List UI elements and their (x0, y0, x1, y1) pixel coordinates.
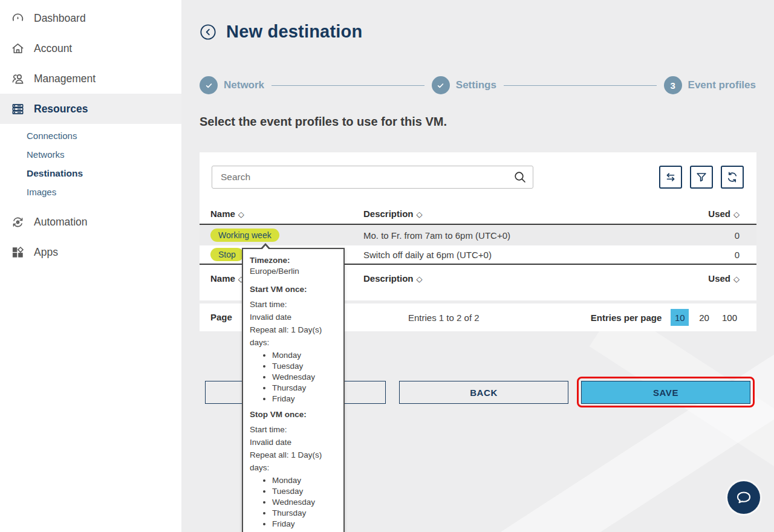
chat-support-button[interactable] (727, 481, 760, 514)
sidebar: Dashboard Account Management Resources C… (0, 0, 181, 532)
sort-icon[interactable]: ◇ (417, 274, 423, 284)
table-header: Name◇ Description◇ Used◇ (200, 203, 756, 225)
timezone-label: Timezone: (250, 256, 290, 265)
step-label: Event profiles (688, 79, 756, 91)
main-content: New destination Network Settings 3 Event… (181, 0, 774, 532)
users-icon (11, 72, 25, 86)
sidebar-item-label: Dashboard (34, 12, 86, 25)
sidebar-item-label: Apps (34, 246, 58, 259)
column-header-description[interactable]: Description◇ (363, 209, 703, 219)
stepper-connector (504, 85, 657, 86)
sidebar-item-account[interactable]: Account (0, 33, 181, 63)
sidebar-item-label: Management (34, 73, 96, 85)
step-number-badge: 3 (664, 76, 682, 94)
start-time-label: Start time: (250, 424, 337, 435)
swap-arrows-icon (664, 170, 677, 184)
back-button[interactable]: BACK (399, 381, 568, 404)
column-header-used[interactable]: Used◇ (703, 209, 740, 219)
step-label: Network (224, 79, 264, 91)
profile-name-badge[interactable]: Stop (210, 248, 244, 261)
days-label: days: (250, 337, 337, 348)
profile-description: Mo. to Fr. from 7am to 6pm (UTC+0) (363, 230, 703, 241)
sort-icon[interactable]: ◇ (733, 210, 740, 219)
day-item: Monday (272, 475, 337, 486)
page-title: New destination (226, 22, 362, 42)
start-time-label: Start time: (250, 299, 337, 310)
per-page-option-10[interactable]: 10 (671, 309, 689, 326)
profile-description: Switch off daily at 6pm (UTC+0) (363, 250, 703, 260)
event-profile-tooltip: Timezone: Europe/Berlin Start VM once: S… (242, 248, 345, 532)
sort-icon[interactable]: ◇ (733, 274, 740, 284)
step-done-check-icon (432, 76, 450, 94)
refresh-button[interactable] (721, 166, 744, 189)
days-list: Monday Tuesday Wednesday Thursday Friday (250, 475, 337, 530)
sidebar-item-connections[interactable]: Connections (0, 126, 181, 145)
sidebar-item-images[interactable]: Images (0, 183, 181, 201)
step-label: Settings (456, 79, 496, 91)
sidebar-item-label: Resources (34, 103, 88, 115)
tooltip-section-title: Start VM once: (250, 284, 337, 295)
back-circle-icon[interactable] (200, 24, 216, 41)
subnav-label: Destinations (27, 168, 83, 179)
sidebar-item-destinations[interactable]: Destinations (0, 164, 181, 183)
tooltip-section-title: Stop VM once: (250, 409, 337, 420)
step-done-check-icon (200, 76, 218, 94)
apps-grid-icon (11, 245, 25, 259)
day-item: Thursday (272, 508, 337, 519)
swap-columns-button[interactable] (659, 166, 682, 189)
subnav-label: Images (27, 187, 56, 197)
column-header-used[interactable]: Used◇ (703, 273, 740, 284)
sort-icon[interactable]: ◇ (238, 210, 244, 219)
start-time-value: Invalid date (250, 312, 337, 323)
column-header-description[interactable]: Description◇ (363, 273, 703, 284)
stepper-connector (272, 85, 424, 86)
sidebar-item-networks[interactable]: Networks (0, 145, 181, 164)
save-button[interactable]: SAVE (581, 381, 750, 404)
sidebar-item-label: Automation (34, 216, 88, 229)
start-time-value: Invalid date (250, 437, 337, 448)
day-item: Tuesday (272, 486, 337, 497)
profile-name-badge[interactable]: Working week (210, 229, 279, 242)
sidebar-item-resources[interactable]: Resources (0, 94, 181, 124)
table-row[interactable]: Working week Mo. to Fr. from 7am to 6pm … (200, 225, 756, 245)
servers-icon (11, 102, 25, 116)
wizard-stepper: Network Settings 3 Event profiles (200, 74, 756, 97)
search-input[interactable] (212, 166, 533, 189)
day-item: Friday (272, 519, 337, 530)
day-item: Tuesday (272, 361, 337, 372)
per-page-option-100[interactable]: 100 (720, 309, 740, 326)
gauge-icon (11, 11, 25, 25)
sort-icon[interactable]: ◇ (417, 210, 423, 219)
step-network[interactable]: Network (200, 76, 264, 94)
days-label: days: (250, 462, 337, 473)
sidebar-item-label: Account (34, 42, 72, 55)
search-icon[interactable] (513, 170, 527, 184)
entries-range-text: Entries 1 to 2 of 2 (408, 313, 480, 323)
filter-funnel-icon (695, 170, 708, 184)
page-subtitle: Select the event profiles to use for thi… (200, 115, 447, 129)
sidebar-item-apps[interactable]: Apps (0, 237, 181, 267)
day-item: Wednesday (272, 497, 337, 508)
day-item: Friday (272, 394, 337, 404)
sidebar-item-dashboard[interactable]: Dashboard (0, 3, 181, 33)
home-icon (11, 42, 25, 56)
chat-bubble-icon (735, 488, 753, 507)
step-event-profiles[interactable]: 3 Event profiles (664, 76, 756, 94)
profile-used-count: 0 (703, 250, 740, 260)
day-item: Wednesday (272, 372, 337, 383)
entries-per-page-label: Entries per page (591, 313, 662, 323)
per-page-option-20[interactable]: 20 (697, 309, 712, 326)
subnav-label: Networks (27, 149, 65, 160)
sidebar-item-management[interactable]: Management (0, 63, 181, 94)
refresh-icon (726, 170, 739, 184)
timezone-value: Europe/Berlin (250, 267, 299, 276)
days-list: Monday Tuesday Wednesday Thursday Friday (250, 350, 337, 404)
automation-sync-gear-icon (11, 215, 25, 229)
day-item: Thursday (272, 383, 337, 394)
sidebar-item-automation[interactable]: Automation (0, 207, 181, 237)
resources-subnav: Connections Networks Destinations Images (0, 124, 181, 203)
column-header-name[interactable]: Name◇ (210, 209, 363, 219)
step-settings[interactable]: Settings (432, 76, 496, 94)
filter-button[interactable] (690, 166, 713, 189)
repeat-text: Repeat all: 1 Day(s) (250, 325, 337, 336)
